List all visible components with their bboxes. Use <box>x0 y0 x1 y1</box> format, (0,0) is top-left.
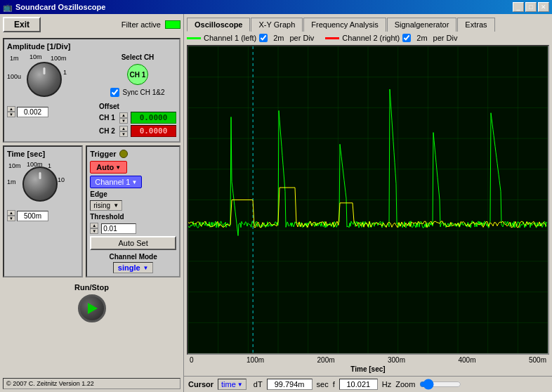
auto-set-button[interactable]: Auto Set <box>90 236 176 250</box>
left-panel: Exit Filter active Amplitude [1/Div] 10m… <box>0 14 184 392</box>
main-container: Exit Filter active Amplitude [1/Div] 10m… <box>0 14 552 392</box>
time-value-display: 500m <box>17 211 48 221</box>
tab-frequency-analysis[interactable]: Frequency Analysis <box>303 18 386 32</box>
x-label-500m: 500m <box>529 356 546 364</box>
trigger-edge-row: Edge <box>90 190 176 198</box>
ch2-row-label: Channel 2 (right) <box>342 34 400 42</box>
f-label: f <box>333 380 335 388</box>
trigger-threshold-row: Threshold <box>90 213 176 221</box>
ch1-offset-row: CH 1 ▲ ▼ 0.0000 <box>99 112 176 124</box>
amp-stepper-down[interactable]: ▼ <box>7 112 15 117</box>
exit-button[interactable]: Exit <box>3 17 41 32</box>
filter-row: Filter active <box>121 20 180 29</box>
channel-row: Channel 1 (left) 2m per Div Channel 2 (r… <box>187 34 549 42</box>
threshold-display: 0.01 <box>101 223 136 234</box>
title-bar: 📺 Soundcard Oszilloscope _ □ ✕ <box>0 0 552 14</box>
ch2-per-div-suffix: per Div <box>433 34 458 42</box>
trigger-auto-button[interactable]: Auto ▼ <box>90 161 127 174</box>
dt-label: dT <box>254 380 263 388</box>
ch1-offset-display: 0.0000 <box>131 112 176 124</box>
zoom-slider[interactable] <box>419 379 461 390</box>
cursor-type-dropdown[interactable]: time ▼ <box>218 379 247 390</box>
ch1-offset-up[interactable]: ▲ <box>119 112 128 118</box>
ch1-checkbox[interactable] <box>259 34 268 42</box>
trigger-threshold-label: Threshold <box>90 213 118 221</box>
trigger-channel-row: Channel 1 ▼ <box>90 176 176 188</box>
offset-title: Offset <box>99 103 176 110</box>
amplitude-content: 10m 100m 1 1m 100u ▲ ▼ 0.00 <box>7 53 176 138</box>
x-axis-bar: 0 100m 200m 300m 400m 500m <box>187 355 549 365</box>
amp-tick-10m: 10m <box>29 53 42 60</box>
ch2-line <box>325 37 339 39</box>
edge-dropdown-arrow: ▼ <box>113 202 119 209</box>
time-knob-area: 100m 1 10 10m 1m <box>7 161 77 210</box>
channel-mode-dropdown[interactable]: single ▼ <box>113 262 154 273</box>
ch2-offset-down[interactable]: ▼ <box>119 131 128 137</box>
trigger-header: Trigger <box>90 150 176 158</box>
ch2-offset-row: CH 2 ▲ ▼ 0.0000 <box>99 125 176 137</box>
oscilloscope-area: Channel 1 (left) 2m per Div Channel 2 (r… <box>184 31 552 376</box>
oscilloscope-display <box>187 45 549 355</box>
x-label-300m: 300m <box>388 356 405 364</box>
time-tick-1m: 1m <box>7 178 16 185</box>
time-stepper-up[interactable]: ▲ <box>7 210 15 216</box>
tab-signalgenerator[interactable]: Signalgenerator <box>387 18 457 32</box>
ch2-indicator-row: Channel 2 (right) <box>325 34 411 42</box>
play-icon <box>88 303 98 314</box>
app-icon: 📺 <box>3 3 13 12</box>
trigger-section: Trigger Auto ▼ Channel 1 ▼ <box>86 145 180 277</box>
ch1-per-div-value: 2m <box>273 34 284 42</box>
ch2-offset-up[interactable]: ▲ <box>119 126 128 131</box>
threshold-up[interactable]: ▲ <box>90 223 98 228</box>
title-bar-text: 📺 Soundcard Oszilloscope <box>3 3 105 12</box>
ch1-indicator[interactable]: CH 1 <box>127 64 148 85</box>
time-knob[interactable] <box>22 166 58 202</box>
cursor-type-value: time <box>221 380 236 388</box>
run-stop-button[interactable] <box>78 294 106 322</box>
amplitude-title: Amplitude [1/Div] <box>7 42 176 51</box>
maximize-button[interactable]: □ <box>525 2 537 12</box>
amp-value-display: 0.002 <box>17 107 48 117</box>
amplitude-knob[interactable] <box>27 62 62 97</box>
app-title: Soundcard Oszilloscope <box>15 3 105 11</box>
left-top-row: Exit Filter active <box>3 17 180 32</box>
ch1-per-div-suffix: per Div <box>290 34 315 42</box>
ch1-offset-down[interactable]: ▼ <box>119 118 128 124</box>
time-stepper[interactable]: ▲ ▼ <box>7 210 15 221</box>
trigger-edge-value: rising <box>93 202 110 209</box>
time-trigger-row: Time [sec] 100m 1 10 10m 1m ▲ ▼ <box>3 145 180 277</box>
tab-oscilloscope[interactable]: Oscilloscope <box>187 18 250 32</box>
amp-value-row: ▲ ▼ 0.002 <box>7 106 96 117</box>
f-value-display: 10.021 <box>339 379 378 390</box>
minimize-button[interactable]: _ <box>513 2 524 12</box>
dt-value-display: 99.794m <box>267 379 313 390</box>
amp-stepper[interactable]: ▲ ▼ <box>7 106 15 117</box>
threshold-down[interactable]: ▼ <box>90 228 98 234</box>
offset-section: Offset CH 1 ▲ ▼ 0.0000 CH 2 <box>99 103 176 138</box>
trigger-title: Trigger <box>90 150 116 158</box>
trigger-channel-button[interactable]: Channel 1 ▼ <box>90 176 142 188</box>
x-axis-title: Time [sec] <box>187 365 549 373</box>
channel-mode-label: Channel Mode <box>90 253 176 261</box>
cursor-type-arrow: ▼ <box>237 381 243 388</box>
amplitude-section: Amplitude [1/Div] 10m 100m 1 1m 100u <box>3 38 180 143</box>
time-value-row: ▲ ▼ 500m <box>7 210 79 221</box>
amp-stepper-up[interactable]: ▲ <box>7 106 15 112</box>
tab-extras[interactable]: Extras <box>457 18 494 32</box>
sync-label: Sync CH 1&2 <box>122 89 164 96</box>
ch1-offset-stepper[interactable]: ▲ ▼ <box>119 112 128 124</box>
tab-xy-graph[interactable]: X-Y Graph <box>251 18 303 32</box>
trigger-edge-dropdown[interactable]: rising ▼ <box>90 200 122 211</box>
ch2-offset-display: 0.0000 <box>131 125 176 137</box>
time-stepper-down[interactable]: ▼ <box>7 216 15 221</box>
ch2-offset-stepper[interactable]: ▲ ▼ <box>119 126 128 137</box>
ch2-checkbox[interactable] <box>402 34 411 42</box>
amplitude-right: Select CH CH 1 Sync CH 1&2 Offset CH 1 <box>99 53 176 138</box>
threshold-stepper[interactable]: ▲ ▼ <box>90 223 98 234</box>
run-stop-section: Run/Stop <box>3 283 180 322</box>
close-button[interactable]: ✕ <box>538 2 549 12</box>
amp-tick-100u: 100u <box>7 73 21 80</box>
filter-label: Filter active <box>121 20 161 29</box>
trigger-channel-label: Channel 1 <box>95 178 130 186</box>
sync-checkbox[interactable] <box>110 88 119 97</box>
